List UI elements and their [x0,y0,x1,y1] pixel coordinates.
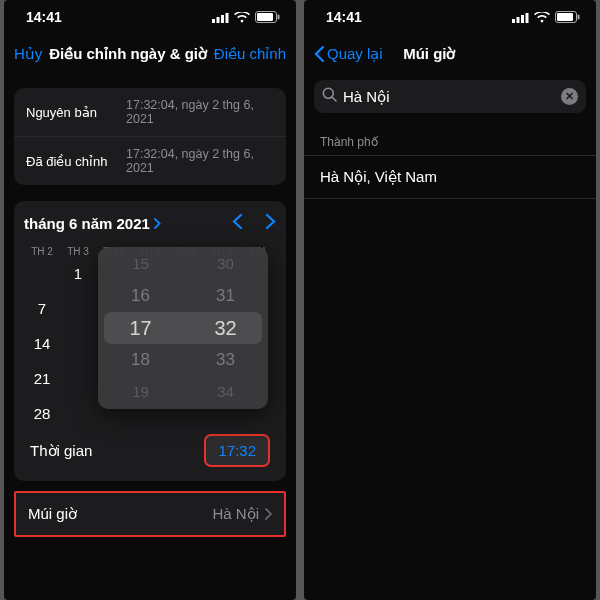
day-cell[interactable]: 28 [24,405,60,422]
time-row: Thời gian 17:32 [24,422,276,477]
time-picker[interactable]: 15 16 17 18 19 30 31 32 33 34 [98,247,268,409]
day-cell[interactable]: 21 [24,370,60,387]
svg-rect-0 [212,19,215,23]
svg-rect-13 [578,15,580,20]
next-month-button[interactable] [265,213,276,234]
nav-bar: Hủy Điều chỉnh ngày & giờ Điều chỉnh [4,34,296,74]
status-indicators [212,11,280,23]
section-header: Thành phố [304,113,596,155]
cellular-icon [212,12,229,23]
phone-right: 14:41 Quay lại Múi giờ Hà Nội ✕ Thành ph… [304,0,596,600]
battery-icon [255,11,280,23]
month-picker[interactable]: tháng 6 năm 2021 [24,215,161,232]
svg-rect-1 [217,17,220,23]
status-time: 14:41 [326,9,362,25]
time-label: Thời gian [30,442,92,460]
svg-line-15 [332,97,336,101]
close-icon: ✕ [565,90,574,103]
day-cell[interactable]: 14 [24,335,60,352]
svg-rect-9 [521,15,524,23]
svg-rect-6 [278,15,280,20]
prev-month-button[interactable] [232,213,243,234]
adjusted-row: Đã điều chỉnh 17:32:04, ngày 2 thg 6, 20… [14,136,286,185]
status-time: 14:41 [26,9,62,25]
status-bar: 14:41 [4,0,296,34]
chevron-right-icon [154,215,161,232]
status-bar: 14:41 [304,0,596,34]
timezone-label: Múi giờ [28,505,77,523]
status-indicators [512,11,580,23]
info-card: Nguyên bản 17:32:04, ngày 2 thg 6, 2021 … [14,88,286,185]
svg-rect-10 [526,13,529,23]
nav-bar: Quay lại Múi giờ [304,34,596,74]
timezone-row[interactable]: Múi giờ Hà Nội [14,491,286,537]
phone-left: 14:41 Hủy Điều chỉnh ngày & giờ Điều chỉ… [4,0,296,600]
time-value-button[interactable]: 17:32 [204,434,270,467]
month-label: tháng 6 năm 2021 [24,215,150,232]
cellular-icon [512,12,529,23]
original-row: Nguyên bản 17:32:04, ngày 2 thg 6, 2021 [14,88,286,136]
search-input[interactable]: Hà Nội [343,88,555,106]
cancel-button[interactable]: Hủy [14,45,42,63]
svg-rect-5 [257,13,273,21]
search-result[interactable]: Hà Nội, Việt Nam [304,155,596,199]
day-cell[interactable] [24,265,60,282]
adjust-button[interactable]: Điều chỉnh [214,45,286,63]
svg-rect-12 [557,13,573,21]
timezone-value: Hà Nội [212,505,259,523]
original-label: Nguyên bản [26,105,126,120]
svg-rect-7 [512,19,515,23]
clear-button[interactable]: ✕ [561,88,578,105]
picker-selection-bar [104,312,262,344]
adjusted-value: 17:32:04, ngày 2 thg 6, 2021 [126,147,274,175]
battery-icon [555,11,580,23]
original-value: 17:32:04, ngày 2 thg 6, 2021 [126,98,274,126]
wifi-icon [234,12,250,23]
svg-rect-3 [226,13,229,23]
day-cell[interactable]: 7 [24,300,60,317]
svg-rect-2 [221,15,224,23]
chevron-right-icon [265,506,272,523]
svg-rect-8 [517,17,520,23]
nav-title: Điều chỉnh ngày & giờ [42,45,213,63]
calendar-card: tháng 6 năm 2021 TH 2 TH 3 TH 4 TH 5 TH … [14,201,286,481]
adjusted-label: Đã điều chỉnh [26,154,126,169]
wifi-icon [534,12,550,23]
day-cell[interactable]: 1 [60,265,96,282]
search-field[interactable]: Hà Nội ✕ [314,80,586,113]
nav-title: Múi giờ [323,45,536,63]
search-icon [322,87,337,106]
